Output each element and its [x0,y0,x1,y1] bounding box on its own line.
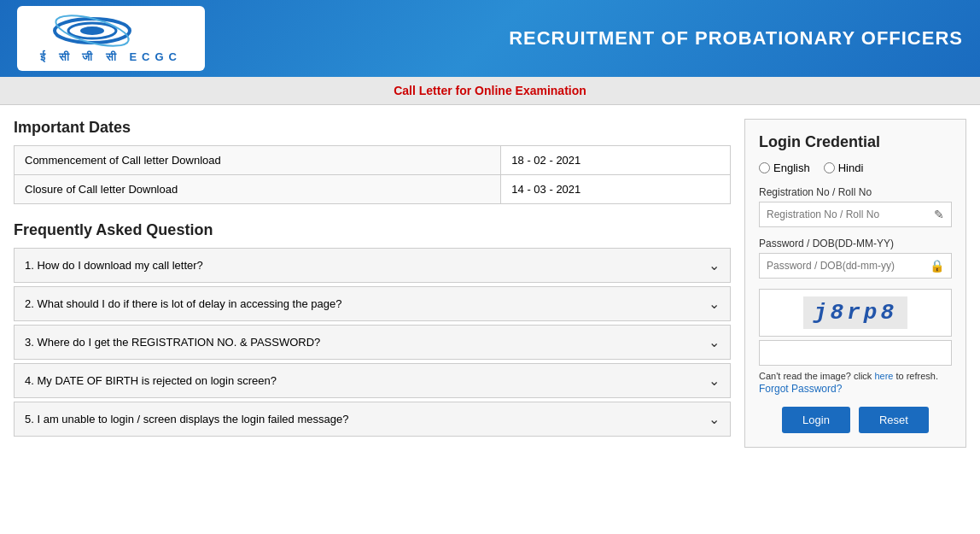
header-title: RECRUITMENT OF PROBATIONARY OFFICERS [205,27,963,50]
reg-no-input[interactable] [760,202,927,226]
important-dates-table: Commencement of Call letter Download 18 … [14,145,731,204]
header: ई सी जी सी ECGC RECRUITMENT OF PROBATION… [0,0,980,77]
sub-header: Call Letter for Online Examination [0,77,980,105]
captcha-input[interactable] [759,340,952,366]
captcha-image: j8rp8 [803,296,907,329]
faq-item-2[interactable]: 2. What should I do if there is lot of d… [14,286,731,321]
faq-item-header-1[interactable]: 1. How do I download my call letter? ⌄ [15,249,730,282]
faq-item-text-1: 1. How do I download my call letter? [25,259,203,272]
faq-item-text-4: 4. My DATE OF BIRTH is rejected on login… [25,374,277,387]
important-dates-title: Important Dates [14,119,731,137]
logo-area: ई सी जी सी ECGC [17,6,205,71]
login-button[interactable]: Login [782,407,850,433]
chevron-down-icon: ⌄ [709,411,720,427]
edit-icon: ✎ [927,202,951,226]
left-content: Important Dates Commencement of Call let… [14,119,731,440]
hindi-radio-option[interactable]: Hindi [824,161,864,174]
reg-no-wrapper: ✎ [759,202,952,227]
faq-item-header-4[interactable]: 4. My DATE OF BIRTH is rejected on login… [15,364,730,397]
hindi-radio[interactable] [824,162,835,173]
faq-item-4[interactable]: 4. My DATE OF BIRTH is rejected on login… [14,363,731,398]
faq-item-header-2[interactable]: 2. What should I do if there is lot of d… [15,287,730,320]
captcha-box: j8rp8 [759,289,952,337]
date-label: Commencement of Call letter Download [15,146,501,175]
login-title: Login Credential [759,133,952,151]
sub-header-text: Call Letter for Online Examination [394,84,586,97]
faq-item-text-5: 5. I am unable to login / screen display… [25,413,348,425]
login-buttons: Login Reset [759,407,952,433]
chevron-down-icon: ⌄ [709,257,720,273]
faq-item-5[interactable]: 5. I am unable to login / screen display… [14,402,731,437]
english-radio-option[interactable]: English [759,161,810,174]
table-row: Closure of Call letter Download 14 - 03 … [15,175,731,204]
hindi-label: Hindi [838,161,864,174]
chevron-down-icon: ⌄ [709,373,720,389]
captcha-refresh-link[interactable]: here [874,371,893,381]
chevron-down-icon: ⌄ [709,296,720,312]
password-input[interactable] [760,254,923,278]
chevron-down-icon: ⌄ [709,334,720,350]
forgot-password-link[interactable]: Forgot Password? [759,383,952,395]
language-radio-group: English Hindi [759,161,952,174]
lock-icon: 🔒 [923,254,951,278]
password-wrapper: 🔒 [759,253,952,279]
faq-item-header-5[interactable]: 5. I am unable to login / screen display… [15,402,730,436]
ecgc-logo [51,13,171,49]
faq-item-text-3: 3. Where do I get the REGISTRATION NO. &… [25,336,320,349]
svg-point-2 [80,26,104,35]
login-panel: Login Credential English Hindi Registrat… [744,119,966,448]
reset-button[interactable]: Reset [859,407,929,433]
table-row: Commencement of Call letter Download 18 … [15,146,731,175]
date-label: Closure of Call letter Download [15,175,501,204]
reg-no-label: Registration No / Roll No [759,186,952,198]
faq-item-1[interactable]: 1. How do I download my call letter? ⌄ [14,248,731,283]
date-value: 14 - 03 - 2021 [501,175,731,204]
password-label: Password / DOB(DD-MM-YY) [759,238,952,249]
date-value: 18 - 02 - 2021 [501,146,731,175]
captcha-refresh-text: Can't read the image? click here to refr… [759,371,952,381]
faq-title: Frequently Asked Question [14,221,731,239]
faq-item-text-2: 2. What should I do if there is lot of d… [25,297,341,310]
english-label: English [773,161,810,174]
faq-item-3[interactable]: 3. Where do I get the REGISTRATION NO. &… [14,325,731,360]
logo-text: ई सी जी सी ECGC [40,50,182,64]
english-radio[interactable] [759,162,770,173]
faq-item-header-3[interactable]: 3. Where do I get the REGISTRATION NO. &… [15,326,730,359]
main-layout: Important Dates Commencement of Call let… [0,105,980,461]
